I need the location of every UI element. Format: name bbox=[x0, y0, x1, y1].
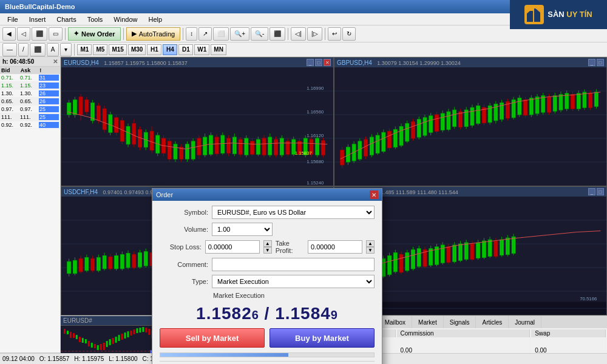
toolbar-btn-2[interactable]: ◁ bbox=[17, 27, 30, 41]
tab-mailbox[interactable]: Mailbox bbox=[379, 316, 412, 328]
svg-rect-333 bbox=[124, 332, 126, 339]
type-select[interactable]: Market Execution bbox=[212, 275, 375, 288]
svg-text:1.15680: 1.15680 bbox=[307, 159, 324, 164]
toolbar-zoom-in[interactable]: 🔍+ bbox=[230, 27, 249, 41]
toolbar-btn-4[interactable]: ▭ bbox=[49, 27, 63, 41]
list-item[interactable]: 0.97. 0.97. 25 bbox=[0, 106, 60, 113]
tf-draw-1[interactable]: — bbox=[2, 43, 17, 56]
tf-h4[interactable]: H4 bbox=[163, 44, 177, 55]
gbpusd-minimize[interactable]: _ bbox=[588, 59, 595, 66]
tf-abc[interactable]: A bbox=[47, 43, 59, 56]
ask-price-large: 1.1584 bbox=[275, 304, 331, 323]
tab-journal[interactable]: Journal bbox=[509, 316, 541, 328]
buy-button[interactable]: Buy by Market bbox=[270, 328, 375, 348]
market-watch-header: h: 06:48:50 ✕ bbox=[0, 57, 60, 67]
menu-help[interactable]: Help bbox=[143, 15, 167, 24]
sell-button[interactable]: Sell by Market bbox=[160, 328, 265, 348]
usdjpy-minimize[interactable]: _ bbox=[588, 188, 595, 195]
tp-spin-down[interactable]: ▼ bbox=[366, 247, 375, 254]
gbpusd-svg bbox=[334, 67, 606, 186]
tf-mn[interactable]: MN bbox=[211, 44, 226, 55]
eurusd-minimize[interactable]: _ bbox=[307, 59, 314, 66]
toolbar-sep-2 bbox=[123, 28, 124, 40]
gbpusd-subtitle: 1.30079 1.30154 1.29990 1.30024 bbox=[377, 60, 461, 66]
toolbar-right[interactable]: |▷ bbox=[307, 27, 322, 41]
market-watch-columns: Bid Ask ! bbox=[0, 67, 60, 74]
toolbar-chart-1[interactable]: ↕ bbox=[186, 27, 197, 41]
tf-draw-2[interactable]: / bbox=[18, 43, 29, 56]
list-item[interactable]: 0.65. 0.65. 26 bbox=[0, 98, 60, 106]
new-order-button[interactable]: ✦ New Order bbox=[68, 27, 121, 41]
tf-m5[interactable]: M5 bbox=[93, 44, 107, 55]
market-watch-close[interactable]: ✕ bbox=[53, 58, 58, 65]
dialog-titlebar: Order ✕ bbox=[152, 189, 382, 201]
svg-rect-324 bbox=[97, 345, 99, 350]
tf-more[interactable]: ▾ bbox=[60, 43, 72, 56]
auto-trading-button[interactable]: ▶ AutoTrading bbox=[126, 27, 181, 41]
app-title: BlueBullCapital-Demo bbox=[5, 3, 75, 10]
svg-rect-330 bbox=[115, 337, 117, 343]
symbol-select[interactable]: EURUSD#, Euro vs US Dollar bbox=[212, 206, 375, 219]
menu-insert[interactable]: Insert bbox=[24, 15, 51, 24]
toolbar-sep-3 bbox=[183, 28, 183, 40]
toolbar-btn-3[interactable]: ⬛ bbox=[32, 27, 47, 41]
list-item[interactable]: 1.15. 1.15. 23 bbox=[0, 82, 60, 90]
tf-m1[interactable]: M1 bbox=[77, 44, 92, 55]
sl-spin-up[interactable]: ▲ bbox=[263, 240, 272, 247]
volume-select[interactable]: 1.00 bbox=[212, 223, 273, 236]
mw-spread: 31 bbox=[39, 75, 59, 81]
toolbar-fwd[interactable]: ↻ bbox=[342, 27, 356, 41]
tf-w1[interactable]: W1 bbox=[194, 44, 209, 55]
toolbar-back[interactable]: ↩ bbox=[328, 27, 341, 41]
tp-spin-up[interactable]: ▲ bbox=[366, 240, 375, 247]
sl-input[interactable] bbox=[205, 240, 260, 254]
tf-m30[interactable]: M30 bbox=[128, 44, 146, 55]
sell-buy-row: Sell by Market Buy by Market bbox=[160, 328, 375, 348]
svg-rect-327 bbox=[106, 341, 108, 347]
toolbar-chart-3[interactable]: ⬜ bbox=[213, 27, 229, 41]
usdjpy-subtitle: 111.485 111.589 111.480 111.544 bbox=[375, 189, 458, 195]
mw-ask: 1.30. bbox=[20, 90, 39, 96]
menu-tools[interactable]: Tools bbox=[83, 15, 108, 24]
eurusd-maximize[interactable]: □ bbox=[315, 59, 322, 66]
comment-input[interactable] bbox=[212, 258, 375, 271]
status-high: H: 1.15975 bbox=[74, 356, 104, 362]
list-item[interactable]: 0.92. 0.92. 40 bbox=[0, 121, 60, 129]
eurusd-close[interactable]: ✕ bbox=[324, 59, 331, 66]
toolbar-zoom-out[interactable]: 🔍- bbox=[251, 27, 268, 41]
list-item[interactable]: 111. 111. 25 bbox=[0, 113, 60, 121]
mw-bid: 1.30. bbox=[1, 90, 20, 96]
toolbar-left[interactable]: ◁| bbox=[291, 27, 306, 41]
tf-d1[interactable]: D1 bbox=[178, 44, 193, 55]
gbpusd-maximize[interactable]: □ bbox=[597, 59, 604, 66]
eurusd-subtitle: 1.15857 1.15975 1.15800 1.15837 bbox=[104, 60, 188, 66]
mw-ask: 0.92. bbox=[20, 122, 39, 128]
volume-row: Volume: 1.00 bbox=[160, 223, 375, 236]
list-item[interactable]: 0.71. 0.71. 31 bbox=[0, 74, 60, 82]
toolbar-chart-2[interactable]: ↗ bbox=[198, 27, 212, 41]
gbpusd-chart[interactable]: GBPUSD,H4 1.30079 1.30154 1.29990 1.3002… bbox=[334, 57, 607, 186]
type-row: Type: Market Execution bbox=[160, 275, 375, 288]
status-low: L: 1.15800 bbox=[109, 356, 137, 362]
eurusd-chart[interactable]: EURUSD,H4 1.15857 1.15975 1.15800 1.1583… bbox=[61, 57, 334, 186]
price-display: 1.15826 / 1.15849 bbox=[160, 304, 375, 323]
svg-rect-313 bbox=[64, 329, 66, 334]
toolbar-btn-1[interactable]: ◀ bbox=[2, 27, 16, 41]
menu-file[interactable]: File bbox=[2, 15, 23, 24]
tp-input[interactable] bbox=[308, 240, 362, 254]
menu-window[interactable]: Window bbox=[109, 15, 142, 24]
tab-articles[interactable]: Articles bbox=[476, 316, 509, 328]
usdjpy-maximize[interactable]: □ bbox=[597, 188, 604, 195]
tf-m15[interactable]: M15 bbox=[109, 44, 126, 55]
tab-market[interactable]: Market bbox=[412, 316, 444, 328]
menu-charts[interactable]: Charts bbox=[52, 15, 81, 24]
svg-rect-319 bbox=[82, 338, 84, 343]
tab-signals[interactable]: Signals bbox=[444, 316, 476, 328]
toolbar-chart-4[interactable]: ⬛ bbox=[270, 27, 285, 41]
sl-spin-down[interactable]: ▼ bbox=[263, 247, 272, 254]
dialog-close-button[interactable]: ✕ bbox=[370, 190, 378, 199]
tf-h1[interactable]: H1 bbox=[147, 44, 161, 55]
col-commission: Commission bbox=[397, 329, 531, 337]
tf-tools[interactable]: ⬛ bbox=[30, 43, 46, 56]
list-item[interactable]: 1.30. 1.30. 26 bbox=[0, 90, 60, 98]
